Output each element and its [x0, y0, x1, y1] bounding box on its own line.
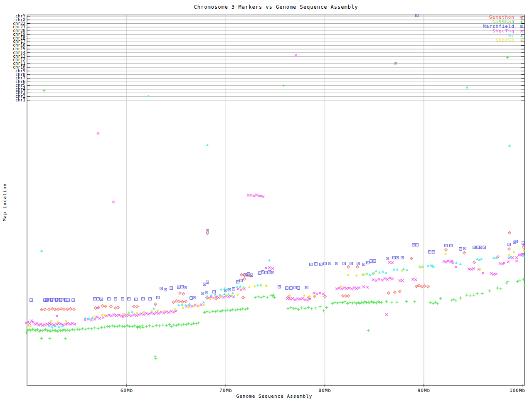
data-point-Genethon	[347, 266, 350, 268]
data-point-Gm99Gb4	[349, 301, 352, 304]
data-point-Gm99Gb4	[414, 300, 416, 303]
data-point-Genethon	[182, 293, 185, 296]
data-point-Marshfield	[100, 298, 103, 300]
data-point-Gm99Gb4	[206, 310, 209, 313]
data-point-WI	[227, 293, 230, 296]
data-point-ShgcG3	[150, 310, 153, 313]
data-point-Genethon	[178, 300, 181, 303]
data-point-ShgcG3	[313, 295, 316, 297]
data-point-WI	[188, 303, 191, 305]
data-point-ShgcTng	[102, 316, 104, 319]
series-WI	[40, 86, 525, 328]
data-point-Gm99Gb4	[466, 294, 468, 297]
data-point-Gm99Gb4	[367, 329, 370, 332]
data-point-Marshfield	[232, 288, 235, 290]
data-point-ShgcTng	[507, 261, 510, 263]
data-point-WI	[88, 317, 91, 320]
data-point-Gm99Gb4	[219, 310, 222, 313]
data-point-Marshfield	[94, 298, 96, 300]
data-point-Genethon	[463, 251, 466, 254]
data-point-Gm99Gb4	[172, 324, 175, 327]
data-point-Gm99Gb4	[385, 300, 388, 303]
data-point-Genethon	[175, 300, 178, 303]
data-point-Gm99Gb4	[133, 325, 136, 328]
data-point-Gm99Gb4	[197, 322, 200, 325]
data-point-Gm99Gb4	[121, 325, 124, 328]
data-point-ShgcTng	[260, 195, 262, 197]
data-point-Gm99Gb4	[334, 301, 337, 304]
data-point-WI	[508, 144, 511, 147]
data-point-Marshfield	[483, 246, 485, 249]
data-point-ShgcTng	[515, 256, 518, 259]
data-point-WI	[51, 325, 54, 328]
data-point-ShgcTng	[291, 297, 294, 300]
data-point-ShgcTng	[222, 296, 225, 298]
data-point-Marshfield	[114, 298, 117, 300]
series-Gm99Gb4	[25, 56, 526, 360]
data-point-Gm99Gb4	[351, 302, 354, 305]
data-point-Gm99Gb4	[341, 301, 344, 304]
data-point-Gm99Gb4	[429, 301, 432, 304]
chromosome-label-chr1: chr1	[15, 98, 25, 102]
data-point-ShgcTng	[482, 272, 484, 274]
data-point-ShgcTng	[268, 266, 271, 269]
data-point-ShgcG3	[479, 268, 481, 271]
data-point-Marshfield	[294, 286, 296, 289]
data-point-WI	[427, 264, 430, 267]
data-point-ShgcG3	[288, 294, 291, 297]
data-point-Gm99Gb4	[290, 306, 293, 309]
data-point-WI	[210, 294, 213, 296]
data-point-ShgcTng	[353, 286, 355, 289]
data-point-WI	[455, 261, 458, 264]
data-point-ShgcG3	[103, 314, 106, 316]
data-point-Marshfield	[479, 246, 482, 249]
data-point-Gm99Gb4	[64, 337, 67, 340]
data-point-ShgcTng	[401, 279, 404, 282]
data-point-ShgcTng	[155, 311, 158, 314]
data-point-ShgcTng	[343, 286, 345, 289]
data-point-ShgcTng	[286, 297, 289, 300]
data-point-Gm99Gb4	[123, 325, 126, 328]
data-point-Gm99Gb4	[170, 325, 173, 328]
data-point-ShgcG3	[29, 325, 32, 328]
data-point-ShgcTng	[125, 314, 128, 317]
data-point-Gm99Gb4	[214, 310, 217, 313]
data-point-ShgcTng	[130, 315, 133, 317]
data-point-ShgcTng	[366, 286, 369, 288]
data-point-WI	[375, 270, 378, 272]
data-point-Marshfield	[53, 298, 55, 301]
data-point-Marshfield	[184, 286, 187, 289]
data-point-ShgcG3	[303, 294, 305, 297]
data-point-Gm99Gb4	[344, 300, 347, 303]
data-point-ShgcTng	[319, 292, 321, 294]
data-point-Genethon	[40, 308, 43, 311]
data-point-ShgcG3	[401, 269, 404, 272]
data-point-WI	[181, 303, 184, 306]
data-point-ShgcTng	[112, 201, 115, 203]
data-point-Genethon	[387, 292, 390, 295]
data-point-Gm99Gb4	[79, 328, 81, 331]
data-point-Gm99Gb4	[439, 297, 442, 300]
data-point-WI	[153, 307, 155, 310]
data-point-Gm99Gb4	[336, 302, 339, 305]
data-point-Genethon	[54, 308, 57, 311]
data-point-Gm99Gb4	[257, 296, 260, 298]
data-point-Marshfield	[157, 296, 159, 299]
data-point-Gm99Gb4	[185, 323, 188, 326]
data-point-Marshfield	[450, 244, 452, 247]
data-point-Gm99Gb4	[195, 323, 198, 325]
data-point-ShgcTng	[355, 287, 358, 290]
data-point-Marshfield	[164, 288, 167, 291]
data-point-Gm99Gb4	[182, 323, 185, 326]
data-point-WI	[466, 86, 469, 89]
data-point-ShgcTng	[265, 267, 267, 269]
data-point-ShgcG3	[157, 309, 159, 312]
data-point-ShgcTng	[411, 278, 414, 281]
data-point-Gm99Gb4	[154, 355, 157, 358]
data-point-Genethon	[48, 308, 51, 311]
data-point-ShgcG3	[508, 254, 510, 256]
data-point-ShgcG3	[231, 294, 233, 297]
data-point-WI	[223, 287, 226, 290]
data-point-Marshfield	[236, 281, 239, 283]
data-point-WI	[91, 316, 94, 319]
